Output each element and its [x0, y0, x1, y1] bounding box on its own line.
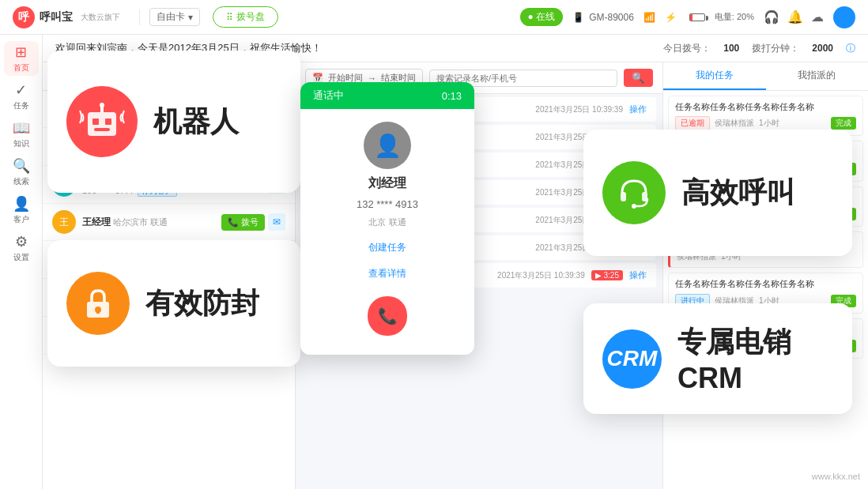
list-item[interactable]: 孙 孙经理 上海市 联通 182 **** 7888存为客户 📞 拨号 ✉ [43, 241, 295, 279]
inner-layout: 通话 线索 +添加 孙 孙总客户 187 **** 3748 📞 拨号 [43, 62, 868, 489]
list-item[interactable]: 王 王经理 哈尔滨市 联通 📞 拨号 ✉ [43, 204, 295, 241]
message-btn[interactable]: ✉ [268, 327, 285, 344]
task-title: 任务名称任务名称任务名称任务名称 [675, 324, 856, 336]
list-item[interactable]: 李 李总 北京市 联通 138 **** 5877存为客户 📞 拨号 ✉ [43, 128, 295, 166]
battery-label: 电量: 20% [715, 11, 754, 23]
contact-name: 孙经理 上海市 联通 [82, 247, 215, 261]
contact-info: 李总 天津市 联通 138 **** 3879存为客户 [82, 285, 215, 310]
record-operation[interactable]: 操作 [629, 103, 647, 115]
avatar: 李 [52, 286, 76, 310]
task-status: 进行中 [711, 207, 746, 221]
message-btn[interactable]: ✉ [268, 138, 285, 156]
date-range-picker[interactable]: 📅 开始时间 → 结束时间 [305, 69, 423, 87]
sidebar-label-tasks: 任务 [13, 100, 29, 111]
free-card-label: 自由卡 [157, 10, 185, 24]
message-btn[interactable]: ✉ [268, 100, 285, 118]
complete-button[interactable]: 完成 [831, 163, 856, 175]
tab-leads[interactable]: 线索 [87, 62, 125, 90]
record-operation[interactable]: 操作 [629, 214, 647, 226]
list-item: 任务名称任务名称任务名称任务名称 已逾期 侯瑞林指派 1小时 完成 [668, 96, 863, 136]
list-item[interactable]: 刘 刘总 郑州市 联通 187 **** 4859存为客户 📞 拨号 ✉ [43, 317, 295, 355]
sidebar-label-knowledge: 知识 [13, 138, 29, 149]
avatar: 刘 [52, 324, 76, 348]
search-input[interactable] [429, 70, 617, 87]
message-btn[interactable]: ✉ [268, 176, 285, 194]
status-dot: ● [528, 11, 537, 22]
task-assignee: 侯瑞林指派 [751, 209, 791, 220]
free-card-selector[interactable]: 自由卡 ▾ [149, 8, 200, 26]
grid-icon: ⠿ [226, 12, 233, 23]
headset-icon[interactable]: 🎧 [764, 9, 779, 24]
call-button[interactable]: 📞 拨号 [221, 101, 265, 118]
avatar: 孙 [52, 97, 76, 121]
tab-assigned-tasks[interactable]: 我指派的 [766, 62, 869, 90]
complete-button[interactable]: 完成 [831, 117, 856, 130]
task-list: 任务名称任务名称任务名称任务名称 已逾期 侯瑞林指派 1小时 完成 任务名称任务… [663, 91, 868, 489]
contact-info: 孙总客户 187 **** 3748 [82, 98, 215, 121]
info-icon: ⓘ [846, 42, 855, 55]
arrow-icon: → [368, 73, 376, 83]
today-calls-label: 今日拨号： [663, 42, 711, 55]
call-button[interactable]: 📞 拨号 [221, 289, 265, 306]
list-item[interactable]: 李 李总 天津市 联通 138 **** 3879存为客户 📞 拨号 ✉ [43, 279, 295, 317]
record-notes: 备注详情备注注详情备注 [381, 215, 529, 226]
middle-panel: 📅 开始时间 → 结束时间 🔍 机器人拨号 备注详情备注注 2021年3月25日… [296, 62, 662, 489]
list-item: 任务名称任务名称任务名称任务名称 ▶ 3:25 进行中 侯瑞林指派 1小时 完成 [668, 141, 863, 181]
call-button[interactable]: 📞 拨号 [221, 327, 265, 344]
task-title: 任务名称任务名称任务名称任务名称 [675, 192, 856, 204]
search-button[interactable]: 🔍 [624, 69, 653, 87]
call-button[interactable]: 📞 拨号 [221, 214, 265, 231]
sidebar-item-settings[interactable]: ⚙ 设置 [4, 231, 39, 265]
welcome-stats: 今日拨号： 100 拨打分钟： 2000 ⓘ [663, 42, 855, 55]
record-operation[interactable]: 操作 [629, 269, 647, 281]
online-status[interactable]: ● 在线 [520, 8, 564, 26]
contact-tag: 存为客户 [138, 298, 177, 310]
avatar: 北京 [52, 173, 76, 197]
task-title: 任务名称任务名称任务名称任务名称 [675, 146, 856, 158]
bell-icon[interactable]: 🔔 [787, 9, 803, 24]
avatar: 王 [52, 210, 76, 234]
call-button[interactable]: 📞 拨号 [221, 176, 265, 193]
complete-button[interactable]: 完成 [831, 340, 856, 352]
list-item: 任务名称任务名称任务名称任务名称 ▶ 3:25 进行中 侯瑞林指派 1小时 完成 [668, 186, 863, 227]
sidebar-item-leads[interactable]: 🔍 线索 [4, 155, 39, 190]
record-notes: 备注详情备注注详情备注 [381, 160, 529, 171]
add-contact-btn[interactable]: +添加 [260, 62, 289, 90]
record-operation[interactable]: 操作 [629, 131, 647, 143]
contact-tag: 客户 [104, 99, 128, 111]
contact-name: 刘总 郑州市 联通 [82, 323, 215, 337]
message-btn[interactable]: ✉ [268, 251, 285, 269]
task-status: 进行中 [711, 162, 746, 176]
record-operation[interactable]: 操作 [629, 159, 647, 171]
tab-calls[interactable]: 通话 [49, 62, 87, 90]
task-title: 任务名称任务名称任务名称任务名称 [675, 278, 856, 290]
sidebar: ⊞ 首页 ✓ 任务 📖 知识 🔍 线索 👤 客户 ⚙ 设置 [0, 35, 43, 489]
sidebar-item-home[interactable]: ⊞ 首页 [4, 41, 39, 76]
sidebar-item-customers[interactable]: 👤 客户 [4, 193, 39, 228]
dial-button[interactable]: ⠿ 拨号盘 [213, 6, 278, 28]
list-item: 任名称任务名称任务名称任务名称任务名称 侯瑞林指派 1小时 [668, 231, 863, 268]
record-operation[interactable]: 操作 [629, 186, 647, 198]
list-item: 任务名称任务名称任务名称任务名称 进行中 侯瑞林指派 1小时 完成 [668, 273, 863, 313]
call-button[interactable]: 📞 拨号 [221, 138, 265, 155]
record-name: 机器人拨号 [311, 103, 375, 115]
call-button[interactable]: 📞 拨号 [221, 251, 265, 268]
record-operation[interactable]: 操作 [629, 242, 647, 254]
sidebar-item-knowledge[interactable]: 📖 知识 [4, 117, 39, 152]
list-item[interactable]: 孙 孙总客户 187 **** 3748 📞 拨号 ✉ [43, 91, 295, 128]
user-avatar[interactable] [833, 6, 855, 28]
home-icon: ⊞ [15, 43, 27, 61]
message-btn[interactable]: ✉ [268, 289, 285, 307]
complete-button[interactable]: 完成 [831, 208, 856, 220]
complete-button[interactable]: 完成 [831, 295, 856, 307]
task-assignee: 侯瑞林指派 [751, 340, 791, 352]
avatar: 李 [52, 135, 76, 159]
message-btn[interactable]: ✉ [268, 213, 285, 231]
app-logo: 呼 呼叫宝 大数云旗下 [13, 6, 120, 28]
tab-my-tasks[interactable]: 我的任务 [663, 62, 766, 90]
table-row: 备注详情备注注详情备注 2021年3月25日 10:39:39 操作 [302, 180, 656, 205]
list-item[interactable]: 北京 北京高纬度影视公司 深圳市 联通 138 **** 3777存为客户 📞 … [43, 166, 295, 204]
cloud-icon[interactable]: ☁ [811, 9, 824, 24]
sidebar-item-tasks[interactable]: ✓ 任务 [4, 79, 39, 114]
today-calls-value: 100 [723, 43, 739, 54]
